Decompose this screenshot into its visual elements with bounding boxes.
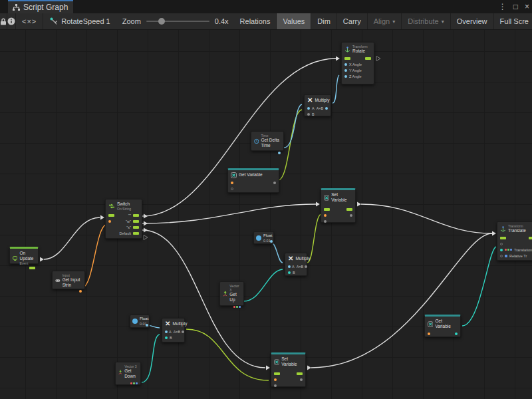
case-label: Default bbox=[120, 231, 131, 235]
transform-icon bbox=[344, 47, 350, 53]
port-label: Y Angle bbox=[349, 68, 362, 72]
flow-in-port[interactable] bbox=[500, 237, 506, 239]
value-out-port[interactable] bbox=[350, 214, 352, 217]
delta-time-out-port[interactable] bbox=[278, 152, 281, 154]
wire-multiply-top-to-rotate[interactable] bbox=[332, 75, 339, 103]
variable-name-port[interactable] bbox=[324, 214, 327, 217]
result-port[interactable] bbox=[325, 107, 328, 110]
node-multiply-mid[interactable]: ✕ Multiply A A×B B bbox=[285, 253, 307, 276]
node-multiply-top[interactable]: ✕ Multiply A A×B B bbox=[304, 94, 331, 116]
case-out-port[interactable] bbox=[133, 226, 139, 229]
dim-button[interactable]: Dim bbox=[311, 13, 337, 29]
wire-float-mid-to-multiply[interactable] bbox=[271, 243, 283, 263]
wire-getup-to-multiply[interactable] bbox=[243, 269, 283, 301]
result-port[interactable] bbox=[182, 331, 184, 333]
values-button[interactable]: Values bbox=[277, 13, 311, 29]
lock-button[interactable] bbox=[0, 13, 7, 29]
variable-name-port[interactable] bbox=[274, 378, 277, 381]
node-get-variable-bot[interactable]: Get Variable bbox=[424, 315, 461, 337]
wire-setvariable-mid-to-translate[interactable] bbox=[361, 204, 492, 233]
wire-getdown-to-multiply[interactable] bbox=[142, 334, 160, 382]
node-float-mid[interactable]: Float 0.01 bbox=[253, 231, 274, 244]
target-port[interactable] bbox=[500, 243, 503, 245]
fullscreen-button[interactable]: Full Scre bbox=[494, 13, 532, 29]
x-angle-port[interactable] bbox=[344, 63, 347, 66]
wire-getinput-to-switch[interactable] bbox=[82, 225, 106, 287]
b-port[interactable] bbox=[288, 271, 291, 274]
wire-getvariable-bot-to-translate[interactable] bbox=[462, 247, 496, 326]
case-out-port[interactable] bbox=[133, 214, 139, 217]
port-label: B bbox=[170, 336, 172, 340]
flow-in-port[interactable] bbox=[324, 208, 330, 211]
node-transform-translate[interactable]: Transform Translate Translation Relative… bbox=[497, 221, 532, 261]
align-dropdown[interactable]: Align ▾ bbox=[368, 13, 402, 29]
flow-in-port[interactable] bbox=[274, 372, 280, 375]
close-icon[interactable]: × bbox=[525, 2, 529, 11]
b-port[interactable] bbox=[165, 336, 168, 339]
float-out-port[interactable] bbox=[146, 324, 148, 327]
flow-out-port[interactable] bbox=[529, 237, 532, 239]
b-port[interactable] bbox=[307, 113, 310, 116]
selector-port[interactable] bbox=[108, 220, 111, 223]
graph-breadcrumb[interactable]: RotateSpeed 1 bbox=[43, 13, 116, 29]
wire-multiply-bot-to-setvariable[interactable] bbox=[186, 329, 269, 380]
wire-switch-case3-to-setvariable-bot[interactable] bbox=[142, 230, 265, 368]
overview-button[interactable]: Overview bbox=[451, 13, 494, 29]
port-label: Translation bbox=[514, 248, 532, 252]
tab-script-graph[interactable]: Script Graph bbox=[8, 0, 73, 13]
z-angle-port[interactable] bbox=[344, 75, 347, 78]
node-vector3-get-down[interactable]: Vector 3 Get Down bbox=[115, 362, 141, 385]
node-multiply-bot[interactable]: ✕ Multiply A A×B B bbox=[162, 318, 185, 342]
relations-button[interactable]: Relations bbox=[234, 13, 277, 29]
variable-name-port[interactable] bbox=[231, 182, 233, 184]
flow-out-port[interactable] bbox=[365, 57, 371, 60]
window-menu-icon[interactable]: ⋮ bbox=[499, 2, 507, 11]
value-in-port[interactable] bbox=[274, 384, 277, 387]
node-switch-on-string[interactable]: Switch On String "" "w" "s" bbox=[105, 199, 142, 239]
maximize-icon[interactable]: □ bbox=[513, 2, 518, 11]
default-out-port[interactable] bbox=[133, 232, 139, 235]
node-float-bot[interactable]: Float 0.01 bbox=[130, 315, 150, 328]
relative-to-port[interactable] bbox=[500, 255, 503, 257]
node-get-input-string[interactable]: Input Get Input Strin bbox=[52, 271, 85, 289]
node-on-update[interactable]: On Update Event bbox=[9, 247, 39, 264]
code-view-button[interactable]: <×> bbox=[16, 13, 43, 29]
value-out-port[interactable] bbox=[300, 378, 303, 381]
node-get-variable-top[interactable]: Get Variable bbox=[227, 168, 279, 193]
vector3-out-port[interactable] bbox=[130, 382, 138, 384]
translation-port[interactable] bbox=[500, 249, 503, 251]
wire-switch-case2-to-setvariable-mid[interactable] bbox=[142, 204, 316, 223]
fallback-port[interactable] bbox=[231, 188, 233, 190]
value-in-port[interactable] bbox=[324, 220, 327, 223]
flow-in-port[interactable] bbox=[344, 57, 350, 60]
node-get-delta-time[interactable]: Time Get Delta Time bbox=[251, 131, 284, 151]
flow-in-port[interactable] bbox=[108, 214, 114, 217]
variable-value-out-port[interactable] bbox=[273, 182, 276, 184]
distribute-dropdown[interactable]: Distribute ▾ bbox=[402, 13, 450, 29]
wire-onupdate-to-switch[interactable] bbox=[44, 217, 100, 259]
variable-value-out-port[interactable] bbox=[455, 332, 458, 335]
node-transform-rotate[interactable]: Transform Rotate X Angle Y Angle Z Angle bbox=[341, 42, 374, 84]
a-port[interactable] bbox=[165, 331, 168, 333]
zoom-slider-handle[interactable] bbox=[158, 18, 165, 25]
flow-out-port[interactable] bbox=[346, 208, 352, 211]
zoom-slider-track[interactable] bbox=[146, 21, 209, 22]
a-port[interactable] bbox=[307, 107, 310, 110]
y-angle-port[interactable] bbox=[344, 69, 347, 72]
variable-name-port[interactable] bbox=[428, 332, 430, 335]
result-port[interactable] bbox=[305, 265, 307, 268]
node-set-variable-mid[interactable]: Set Variable bbox=[321, 188, 356, 223]
flow-out-port[interactable] bbox=[29, 267, 35, 269]
info-button[interactable] bbox=[7, 13, 16, 29]
float-out-port[interactable] bbox=[270, 240, 273, 243]
a-port[interactable] bbox=[288, 265, 291, 268]
vector3-out-port[interactable] bbox=[233, 306, 241, 308]
case-out-port[interactable] bbox=[133, 220, 139, 223]
string-out-port[interactable] bbox=[79, 290, 82, 293]
flow-out-port[interactable] bbox=[297, 372, 303, 375]
wire-setvariable-bot-to-translate[interactable] bbox=[311, 233, 492, 368]
carry-button[interactable]: Carry bbox=[337, 13, 368, 29]
node-vector3-get-up[interactable]: Vector 3 Get Up bbox=[219, 281, 244, 306]
graph-canvas[interactable]: Transform Rotate X Angle Y Angle Z Angle bbox=[0, 30, 532, 399]
node-set-variable-bot[interactable]: Set Variable bbox=[271, 352, 306, 387]
